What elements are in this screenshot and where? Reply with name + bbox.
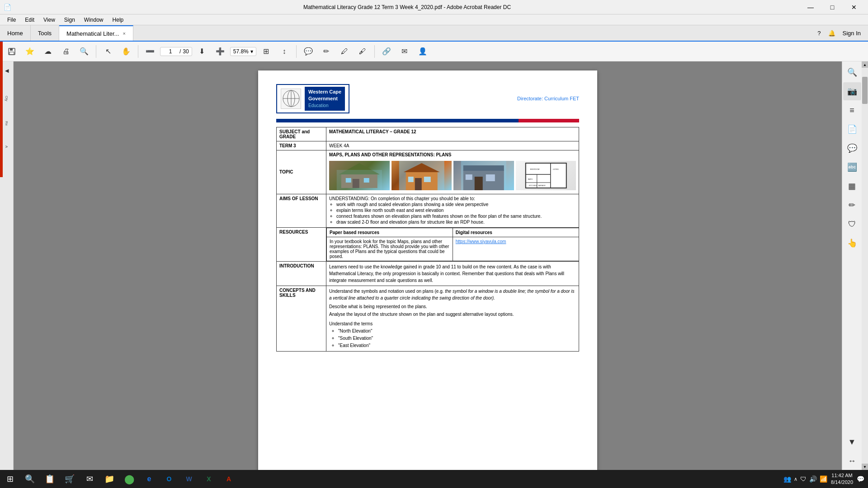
logo-text: Western Cape Government Education bbox=[305, 87, 345, 111]
translate-button[interactable]: 🔤 bbox=[843, 158, 861, 176]
toolbar: ⭐ ☁ 🖨 🔍 ↖ ✋ ➖ / 30 ⬇ ➕ 57.8% ▾ ⊞ ↕ 💬 ✏ 🖊… bbox=[0, 42, 868, 61]
search-button[interactable]: 🔍 bbox=[76, 43, 92, 60]
tab-bar: Home Tools Mathematical Liter... × ? 🔔 S… bbox=[0, 25, 868, 42]
upload-button[interactable]: ☁ bbox=[40, 43, 56, 60]
svg-text:BATH: BATH bbox=[528, 178, 532, 180]
menu-file[interactable]: File bbox=[4, 16, 19, 24]
task-view-button[interactable]: 📋 bbox=[40, 470, 60, 488]
store-taskbar-icon[interactable]: 🛒 bbox=[60, 470, 80, 488]
tab-close-button[interactable]: × bbox=[123, 31, 125, 36]
close-button[interactable]: ✕ bbox=[844, 0, 864, 14]
separator-2 bbox=[138, 45, 138, 58]
save-button[interactable] bbox=[4, 43, 20, 60]
highlight-button[interactable]: ✏ bbox=[318, 43, 335, 60]
collapse-right-button[interactable]: ▼ bbox=[843, 433, 861, 451]
link-button[interactable]: 🔗 bbox=[378, 43, 395, 60]
start-button[interactable]: ⊞ bbox=[0, 470, 20, 488]
chevron-up-icon[interactable]: ∧ bbox=[794, 476, 797, 482]
svg-rect-22 bbox=[475, 177, 483, 190]
system-clock[interactable]: 11:42 AM 8/14/2020 bbox=[831, 472, 853, 486]
fit-page-button[interactable]: ⊞ bbox=[258, 43, 274, 60]
files-taskbar-icon[interactable]: 📁 bbox=[99, 470, 119, 488]
zoom-in-button[interactable]: ➕ bbox=[212, 43, 228, 60]
scroll-thumb[interactable] bbox=[862, 77, 868, 104]
menu-window[interactable]: Window bbox=[80, 16, 107, 24]
hand-tool[interactable]: ✋ bbox=[118, 43, 134, 60]
zoom-selector[interactable]: 57.8% ▾ bbox=[230, 47, 256, 56]
page-number-input[interactable] bbox=[163, 48, 178, 55]
aims-list: work with rough and scaled elevation pla… bbox=[336, 202, 576, 225]
outlook-taskbar-icon[interactable]: O bbox=[159, 470, 179, 488]
help-icon[interactable]: ? bbox=[817, 30, 821, 37]
tab-active-document[interactable]: Mathematical Liter... × bbox=[59, 25, 133, 41]
expand-right-button[interactable]: ↔ bbox=[843, 452, 861, 470]
maximize-button[interactable]: □ bbox=[822, 0, 843, 14]
network-icon[interactable]: 👥 bbox=[783, 475, 791, 483]
main-content-area: ◀ Oly Re A bbox=[0, 61, 868, 470]
excel-taskbar-icon[interactable]: X bbox=[199, 470, 219, 488]
resources-inner-table: Paper based resources Digital resources … bbox=[326, 228, 579, 261]
tab-home[interactable]: Home bbox=[0, 25, 31, 41]
paper-based-header: Paper based resources bbox=[327, 228, 453, 237]
introduction-row: INTRODUCTION Learners need to use the kn… bbox=[277, 261, 579, 286]
stamp-button[interactable]: 🖋 bbox=[354, 43, 371, 60]
menu-view[interactable]: View bbox=[40, 16, 59, 24]
word-taskbar-icon[interactable]: W bbox=[179, 470, 199, 488]
acrobat-taskbar-icon[interactable]: A bbox=[219, 470, 239, 488]
tab-tools[interactable]: Tools bbox=[31, 25, 59, 41]
wifi-icon[interactable]: 📶 bbox=[820, 475, 827, 483]
scroll-down-button[interactable]: ▼ bbox=[862, 464, 868, 470]
antivirus-icon[interactable]: 🛡 bbox=[800, 475, 807, 483]
window-title: Mathematical Literacy Grade 12 Term 3 We… bbox=[14, 4, 800, 10]
print-button[interactable]: 🖨 bbox=[58, 43, 74, 60]
search-taskbar-button[interactable]: 🔍 bbox=[20, 470, 40, 488]
shield-button[interactable]: 🛡 bbox=[843, 215, 861, 233]
rotate-button[interactable]: ↕ bbox=[276, 43, 292, 60]
enhance-button[interactable]: ≡ bbox=[843, 101, 861, 119]
ie-taskbar-icon[interactable]: e bbox=[139, 470, 159, 488]
chrome-taskbar-icon[interactable]: ⬤ bbox=[119, 470, 139, 488]
comment-right-button[interactable]: 💬 bbox=[843, 139, 861, 157]
scroll-track[interactable] bbox=[862, 68, 868, 464]
menu-sign[interactable]: Sign bbox=[61, 16, 79, 24]
vertical-scrollbar[interactable]: ▲ ▼ bbox=[862, 61, 868, 470]
pdf-add-button[interactable]: 📄 bbox=[843, 120, 861, 138]
menu-edit[interactable]: Edit bbox=[21, 16, 38, 24]
minimize-button[interactable]: — bbox=[800, 0, 821, 14]
concepts-row: CONCEPTS AND SKILLS Understand the symbo… bbox=[277, 286, 579, 351]
select-tool[interactable]: ↖ bbox=[100, 43, 116, 60]
notification-bell-icon[interactable]: 🔔 bbox=[828, 30, 835, 37]
left-panel-toggle[interactable]: ◀ bbox=[1, 65, 12, 76]
sign-in-button[interactable]: Sign In bbox=[843, 30, 861, 37]
logo-area: Western Cape Government Education bbox=[276, 84, 349, 113]
draw-button[interactable]: 🖊 bbox=[336, 43, 353, 60]
aim-item-4: draw scaled 2-D floor and elevation plan… bbox=[336, 220, 576, 225]
edit-right-button[interactable]: ✏ bbox=[843, 196, 861, 214]
scan-button[interactable]: 📷 bbox=[843, 82, 861, 100]
notification-icon[interactable]: 💬 bbox=[857, 475, 864, 483]
svg-text:BEDROOM: BEDROOM bbox=[530, 168, 539, 170]
house-image-3 bbox=[453, 161, 514, 190]
pdf-viewing-area[interactable]: Western Cape Government Education Direct… bbox=[14, 61, 842, 470]
volume-icon[interactable]: 🔊 bbox=[809, 475, 817, 483]
govt-name-line1: Western Cape bbox=[308, 89, 341, 95]
terms-list: "North Elevation" "South Elevation" "Eas… bbox=[338, 328, 576, 349]
touch-button[interactable]: 👆 bbox=[843, 234, 861, 252]
topic-value: MAPS, PLANS AND OTHER REPRESENTATIONS: P… bbox=[329, 152, 576, 157]
grid-button[interactable]: ▦ bbox=[843, 177, 861, 195]
email-button[interactable]: ✉ bbox=[396, 43, 413, 60]
digital-link[interactable]: https://www.siyavula.com bbox=[456, 239, 506, 244]
mail-taskbar-icon[interactable]: ✉ bbox=[80, 470, 99, 488]
svg-rect-16 bbox=[415, 178, 421, 190]
user-button[interactable]: 👤 bbox=[415, 43, 431, 60]
bookmark-button[interactable]: ⭐ bbox=[22, 43, 38, 60]
zoom-out-button[interactable]: ➖ bbox=[142, 43, 158, 60]
concepts-content: Understand the symbols and notation used… bbox=[326, 286, 579, 351]
resources-row: RESOURCES Paper based resources Digital … bbox=[277, 227, 579, 261]
concepts-text-4: Understand the terms bbox=[329, 320, 576, 327]
comment-button[interactable]: 💬 bbox=[300, 43, 316, 60]
scroll-up-button[interactable]: ▲ bbox=[862, 61, 868, 68]
next-page-button[interactable]: ⬇ bbox=[194, 43, 210, 60]
menu-help[interactable]: Help bbox=[109, 16, 127, 24]
zoom-in-right-button[interactable]: 🔍 bbox=[843, 63, 861, 81]
